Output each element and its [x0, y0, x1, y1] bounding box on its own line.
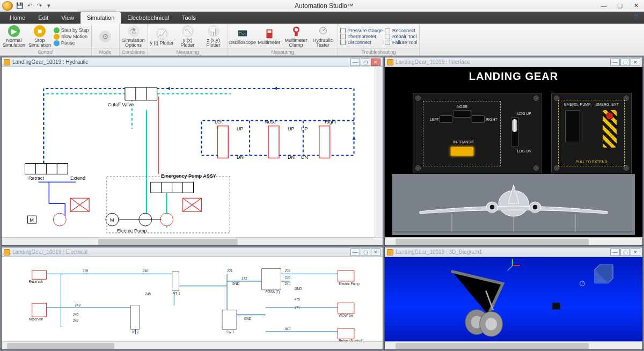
svg-point-75	[486, 318, 497, 330]
left-indicator	[440, 115, 452, 123]
scroll-x[interactable]	[2, 237, 383, 245]
tab-tools[interactable]: Tools	[175, 12, 202, 24]
svg-text:SW 3: SW 3	[226, 330, 235, 334]
svg-text:769: 769	[83, 269, 89, 273]
tab-view[interactable]: View	[55, 12, 80, 24]
pressure-gauge-button[interactable]: Pressure Gauge	[340, 28, 383, 33]
pause-button[interactable]: Pause	[54, 40, 89, 46]
multimeter-button[interactable]: Multimeter	[257, 28, 282, 45]
zxy-plotter-button[interactable]: 📊z (x,y) Plotter	[202, 25, 225, 48]
group-conditions-label: Conditions	[120, 48, 148, 55]
gear-lever[interactable]	[512, 119, 517, 132]
hydraulic-canvas[interactable]: M M Cutoff Valve Left Nose Right UP UP U…	[2, 67, 383, 237]
group-measuring-label2: Measuring	[228, 48, 338, 55]
svg-text:471: 471	[295, 306, 301, 310]
slow-motion-button[interactable]: Slow Motion	[54, 34, 89, 40]
qat-save-icon[interactable]: 💾	[16, 2, 24, 10]
pane-close-button[interactable]: ✕	[631, 58, 640, 66]
multimeter-clamp-button[interactable]: Multimeter Clamp	[284, 26, 309, 48]
failure-tool-button[interactable]: Failure Tool	[385, 40, 417, 45]
scroll-x[interactable]	[385, 341, 642, 349]
yx-plotter-button[interactable]: 📉y (x) Plotter	[176, 25, 200, 48]
stop-simulation-button[interactable]: ■Stop Simulation	[28, 25, 52, 48]
scroll-y[interactable]	[375, 67, 383, 237]
emerg-pump-switch[interactable]	[565, 110, 580, 142]
disconnect-button[interactable]: Disconnect	[340, 40, 383, 45]
hydraulic-tester-button[interactable]: Hydraulic Tester	[311, 26, 335, 48]
pane-electrical-titlebar[interactable]: LandingGear_10019 : Electrical — ▢ ✕	[2, 247, 383, 257]
pane-max-button[interactable]: ▢	[620, 248, 630, 256]
3d-viewport[interactable]	[385, 257, 642, 341]
step-by-step-button[interactable]: Step by Step	[54, 27, 89, 33]
pane-close-button[interactable]: ✕	[371, 58, 380, 66]
lbl-ldgdn: LDG DN	[517, 149, 531, 153]
yt-plotter-button[interactable]: 📈y (t) Plotter	[150, 28, 174, 46]
quick-access-toolbar: 💾 ↶ ↷ ▾	[16, 2, 53, 10]
normal-simulation-button[interactable]: ▶Normal Simulation	[2, 25, 26, 48]
sim-options-label: Simulation Options	[122, 38, 145, 48]
lbl-emerg-ext: EMERG. EXT	[596, 103, 619, 106]
pane-min-button[interactable]: —	[350, 248, 360, 256]
qat-dropdown-icon[interactable]: ▾	[45, 2, 53, 10]
lbl-intransit: IN-TRANSIT	[453, 140, 474, 144]
pane-electrical-title: LandingGear_10019 : Electrical	[12, 249, 87, 255]
group-control: ▶Normal Simulation ■Stop Simulation Step…	[0, 24, 92, 55]
pane-max-button[interactable]: ▢	[620, 58, 630, 66]
label-retract: Retract	[28, 176, 44, 181]
group-mode-label: Mode	[92, 48, 119, 55]
label-epump: Electric Pump	[117, 228, 147, 233]
reconnect-button[interactable]: Reconnect	[385, 28, 417, 33]
close-button[interactable]: ✕	[628, 1, 644, 11]
svg-text:440: 440	[285, 327, 291, 331]
svg-text:GND: GND	[232, 282, 239, 286]
repair-tool-button[interactable]: Repair Tool	[385, 34, 417, 39]
thermometer-button[interactable]: Thermometer	[340, 34, 383, 39]
pane-min-button[interactable]: —	[610, 58, 620, 66]
electrical-canvas[interactable]: 769 240221 238236 240248 172246 247245 4…	[2, 257, 383, 341]
oscilloscope-button[interactable]: Oscilloscope	[230, 28, 255, 45]
aircraft-view	[392, 174, 635, 235]
minimize-button[interactable]: —	[596, 1, 612, 11]
qat-redo-icon[interactable]: ↷	[35, 2, 43, 10]
svg-rect-6	[125, 87, 157, 100]
svg-text:Reservoir: Reservoir	[28, 280, 43, 283]
ribbon: ▶Normal Simulation ■Stop Simulation Step…	[0, 24, 644, 56]
label-up1: UP	[237, 126, 244, 131]
workspace: LandingGear_10019 : Hydraulic — ▢ ✕	[0, 56, 644, 351]
pane-interface: LandingGear_10019 : Interface — ▢ ✕ LAND…	[384, 57, 643, 246]
doc-icon	[387, 249, 393, 255]
pane-max-button[interactable]: ▢	[361, 58, 370, 66]
lbl-emerg-pump: EMERG. PUMP	[564, 103, 591, 106]
osc-label: Oscilloscope	[229, 40, 256, 45]
tab-simulation[interactable]: Simulation	[80, 12, 121, 24]
scroll-x[interactable]	[385, 237, 642, 245]
emerg-ext-handle[interactable]	[603, 110, 617, 148]
pane-min-button[interactable]: —	[610, 248, 620, 256]
rc-label: Reconnect	[392, 28, 415, 33]
tab-electrotechnical[interactable]: Electrotechnical	[121, 12, 175, 24]
svg-text:475: 475	[295, 297, 301, 301]
pane-close-button[interactable]: ✕	[371, 248, 380, 256]
pane-hydraulic-titlebar[interactable]: LandingGear_10019 : Hydraulic — ▢ ✕	[2, 57, 383, 67]
qat-undo-icon[interactable]: ↶	[26, 2, 33, 10]
tab-edit[interactable]: Edit	[32, 12, 55, 24]
help-icon[interactable]: ?	[634, 13, 642, 21]
pane-min-button[interactable]: —	[350, 58, 360, 66]
maximize-button[interactable]: ▢	[612, 1, 628, 11]
pane-interface-titlebar[interactable]: LandingGear_10019 : Interface — ▢ ✕	[385, 57, 642, 67]
normal-simulation-label: Normal Simulation	[2, 38, 26, 48]
doc-icon	[4, 249, 10, 255]
pane-3d-titlebar[interactable]: LandingGear_10019 : 3D_Diagram1 — ▢ ✕	[385, 247, 642, 257]
hydraulic-schematic: M M	[2, 67, 383, 237]
nose-indicator	[453, 110, 471, 118]
pane-max-button[interactable]: ▢	[361, 248, 370, 256]
scroll-x[interactable]	[2, 341, 383, 349]
simulation-options-button[interactable]: ⚗Simulation Options	[122, 25, 145, 48]
app-title: Automation Studio™	[53, 2, 596, 10]
interface-canvas[interactable]: LANDING GEAR NOSE LEFT RIGHT IN-TRANSIT …	[385, 67, 642, 237]
pane-close-button[interactable]: ✕	[631, 248, 640, 256]
label-right: Right	[325, 119, 336, 125]
svg-text:245: 245	[145, 292, 151, 296]
tab-home[interactable]: Home	[3, 12, 32, 24]
svg-rect-40	[262, 269, 281, 290]
